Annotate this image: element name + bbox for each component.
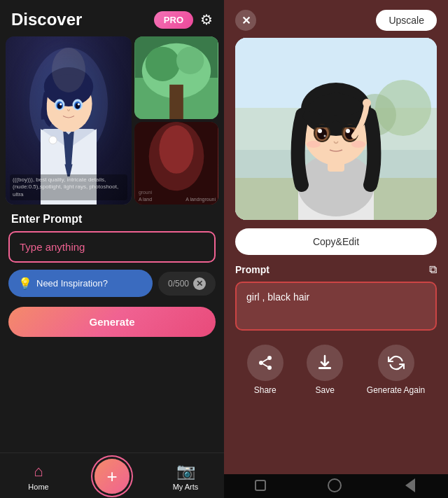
char-count-area: 0/500 ✕ <box>158 272 216 296</box>
left-panel: Discover PRO ⚙ <box>0 0 224 498</box>
svg-point-22 <box>176 47 204 74</box>
pro-button[interactable]: PRO <box>154 11 193 29</box>
back-nav[interactable] <box>405 478 415 492</box>
gear-icon[interactable]: ⚙ <box>200 11 213 28</box>
system-nav <box>224 474 448 498</box>
app-title: Discover <box>11 10 82 29</box>
enter-prompt-label: Enter Prompt <box>0 205 224 231</box>
prompt-input-container <box>0 231 224 263</box>
svg-text:A land: A land <box>139 197 152 202</box>
generate-again-icon <box>388 354 405 371</box>
save-action[interactable]: Save <box>307 345 343 395</box>
svg-point-47 <box>346 129 350 133</box>
side-image-2: A land grouni <box>134 122 218 205</box>
share-icon <box>257 354 274 371</box>
nav-my-arts[interactable]: 📷 My Arts <box>164 462 206 491</box>
svg-point-51 <box>351 141 365 148</box>
close-button[interactable]: ✕ <box>235 10 256 31</box>
share-action[interactable]: Share <box>247 345 284 395</box>
generate-button[interactable]: Generate <box>8 307 216 337</box>
gallery-side-top-image[interactable] <box>134 36 218 119</box>
right-panel: ✕ Upscale <box>224 0 448 498</box>
svg-rect-58 <box>318 367 331 369</box>
side-image-1 <box>134 36 218 119</box>
svg-point-55 <box>267 366 272 370</box>
home-label: Home <box>28 483 48 491</box>
clear-button[interactable]: ✕ <box>193 277 206 290</box>
svg-point-53 <box>267 356 272 360</box>
generate-again-label: Generate Again <box>367 385 425 395</box>
camera-icon: 📷 <box>176 462 195 480</box>
prompt-text-box: girl , black hair <box>235 282 437 331</box>
nature-svg <box>134 36 218 119</box>
right-bottom-actions: Share Save Generate Again <box>224 331 448 402</box>
upscale-button[interactable]: Upscale <box>376 10 437 31</box>
svg-point-46 <box>318 129 322 133</box>
svg-point-21 <box>146 47 180 81</box>
image-caption: (((boy))), best quality, intricate detai… <box>10 174 127 200</box>
copy-prompt-icon[interactable]: ⧉ <box>429 263 437 276</box>
my-arts-label: My Arts <box>173 483 199 491</box>
right-header: ✕ Upscale <box>224 0 448 38</box>
nav-home[interactable]: ⌂ Home <box>18 462 59 491</box>
generate-again-icon-circle <box>378 345 414 381</box>
char-count: 0/500 <box>168 279 189 289</box>
svg-text:grouni: grouni <box>139 190 153 195</box>
share-icon-circle <box>247 345 284 381</box>
svg-point-17 <box>52 48 85 92</box>
add-button[interactable]: + <box>94 459 130 494</box>
svg-point-16 <box>49 136 57 144</box>
home-icon: ⌂ <box>34 462 43 480</box>
save-label: Save <box>316 385 335 395</box>
svg-point-48 <box>324 135 326 137</box>
anime-girl-bg <box>235 38 437 220</box>
prompt-section: Prompt ⧉ girl , black hair <box>235 263 437 331</box>
copy-edit-button[interactable]: Copy&Edit <box>235 228 437 255</box>
home-nav[interactable] <box>328 478 342 492</box>
prompt-header: Prompt ⧉ <box>235 263 437 276</box>
svg-rect-23 <box>169 85 183 119</box>
svg-point-15 <box>78 103 80 105</box>
svg-line-56 <box>262 364 267 367</box>
gallery-side: A land grouni <box>134 36 218 205</box>
inspiration-row: 💡 Need Inspiration? 0/500 ✕ <box>0 263 224 304</box>
svg-point-14 <box>59 103 62 105</box>
right-image-container[interactable] <box>235 38 437 220</box>
svg-point-52 <box>363 99 371 107</box>
image-gallery: (((boy))), best quality, intricate detai… <box>0 36 224 205</box>
recent-apps-nav[interactable] <box>255 480 266 491</box>
plus-icon: + <box>106 466 117 487</box>
svg-point-54 <box>259 361 263 365</box>
svg-point-26 <box>159 125 193 174</box>
left-header: Discover PRO ⚙ <box>0 0 224 36</box>
gallery-side-bottom-image[interactable]: A land grouni <box>134 122 218 205</box>
bulb-icon: 💡 <box>18 277 32 290</box>
svg-point-50 <box>307 141 321 148</box>
inspiration-button[interactable]: 💡 Need Inspiration? <box>8 270 153 297</box>
dark-svg: A land grouni <box>134 122 218 205</box>
save-icon-circle <box>307 345 343 381</box>
prompt-label: Prompt <box>235 264 270 275</box>
gallery-main-image[interactable]: (((boy))), best quality, intricate detai… <box>6 36 132 205</box>
save-icon <box>316 354 333 371</box>
header-right: PRO ⚙ <box>154 11 213 29</box>
prompt-input[interactable] <box>8 231 216 263</box>
generate-again-action[interactable]: Generate Again <box>367 345 425 395</box>
share-label: Share <box>254 385 276 395</box>
anime-girl-svg <box>235 38 437 220</box>
bottom-nav: ⌂ Home + 📷 My Arts <box>0 452 224 498</box>
svg-line-57 <box>262 359 267 362</box>
